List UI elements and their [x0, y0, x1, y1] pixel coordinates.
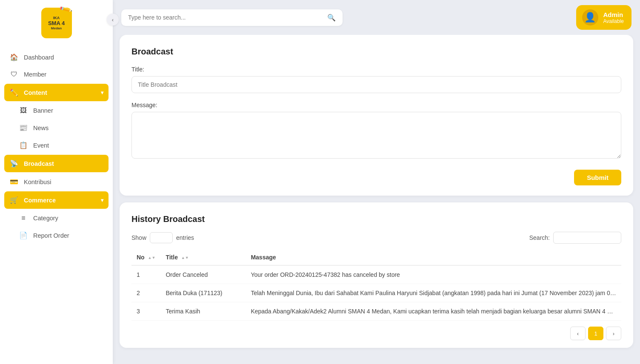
table-header: No ▲▼ Title ▲▼ Massage [131, 250, 621, 265]
cell-massage: Your order ORD-20240125-47382 has cancel… [246, 265, 621, 284]
sort-arrows-title: ▲▼ [181, 256, 189, 260]
history-table: No ▲▼ Title ▲▼ Massage 1 Order Ca [131, 250, 621, 321]
cell-title: Order Canceled [160, 265, 246, 284]
prev-page-button[interactable]: ‹ [570, 327, 586, 340]
show-entries: Show 10 entries [131, 232, 194, 243]
home-icon: 🏠 [9, 53, 19, 61]
col-title[interactable]: Title ▲▼ [160, 250, 246, 265]
cell-massage: Kepada Abang/Kakak/Adek2 Alumni SMAN 4 M… [246, 302, 621, 321]
user-info: Admin Available [603, 11, 624, 24]
image-icon: 🖼 [19, 107, 28, 114]
col-massage: Massage [246, 250, 621, 265]
avatar: 👤 [582, 9, 598, 26]
pagination-row: ‹ 1 › [131, 327, 621, 340]
report-icon: 📄 [19, 231, 28, 239]
table-row: 1 Order Canceled Your order ORD-20240125… [131, 265, 621, 284]
sidebar-item-label: Banner [33, 107, 53, 114]
sidebar-item-label: Commerce [24, 197, 56, 204]
sidebar-item-report-order[interactable]: 📄 Report Order [0, 227, 113, 244]
sidebar-item-label: Category [33, 215, 58, 222]
submit-row: Submit [131, 170, 621, 185]
table-body: 1 Order Canceled Your order ORD-20240125… [131, 265, 621, 321]
message-form-group: Message: [131, 102, 621, 168]
cell-title: Berita Duka (171123) [160, 284, 246, 302]
page-1-button[interactable]: 1 [588, 327, 603, 340]
next-page-button[interactable]: › [606, 327, 621, 340]
sidebar-item-dashboard[interactable]: 🏠 Dashboard [0, 48, 113, 66]
category-icon: ≡ [19, 214, 28, 222]
sidebar-item-label: Dashboard [24, 54, 54, 61]
shield-icon: 🛡 [9, 71, 19, 78]
show-label: Show [131, 234, 146, 241]
sidebar-item-label: Member [24, 71, 46, 78]
table-search-label: Search: [529, 234, 550, 241]
cart-icon: 🛒 [9, 196, 19, 204]
broadcast-form-card: Broadcast Title: Message: Submit [120, 35, 633, 196]
table-search-control: Search: [529, 232, 621, 244]
cell-title: Terima Kasih [160, 302, 246, 321]
table-row: 3 Terima Kasih Kepada Abang/Kakak/Adek2 … [131, 302, 621, 321]
table-row: 2 Berita Duka (171123) Telah Meninggal D… [131, 284, 621, 302]
pencil-icon: ✏️ [58, 2, 73, 16]
cell-no: 2 [131, 284, 160, 302]
sidebar-item-kontribusi[interactable]: 💳 Kontribusi [0, 173, 113, 191]
sidebar-item-commerce[interactable]: 🛒 Commerce ▾ [4, 191, 109, 209]
broadcast-icon: 📡 [9, 159, 19, 168]
topbar: 🔍 👤 Admin Available [113, 0, 640, 35]
entries-label: entries [176, 234, 194, 241]
table-controls: Show 10 entries Search: [131, 232, 621, 244]
col-no[interactable]: No ▲▼ [131, 250, 160, 265]
logo-line3: Medan [51, 26, 62, 30]
submit-button[interactable]: Submit [574, 170, 621, 185]
cell-massage: Telah Meninggal Dunia, Ibu dari Sahabat … [246, 284, 621, 302]
chevron-down-icon: ▾ [101, 90, 103, 96]
content-area: Broadcast Title: Message: Submit History… [113, 35, 640, 364]
user-status: Available [603, 18, 624, 24]
sidebar-item-banner[interactable]: 🖼 Banner [0, 102, 113, 119]
sidebar-item-label: Kontribusi [24, 179, 51, 185]
logo-box: ✏️ IKA SMA 4 Medan [41, 8, 72, 38]
cell-no: 1 [131, 265, 160, 284]
sidebar-item-label: Report Order [33, 232, 69, 239]
sidebar-item-category[interactable]: ≡ Category [0, 210, 113, 227]
sidebar-item-label: Content [24, 89, 47, 96]
sidebar-nav: 🏠 Dashboard 🛡 Member ✏️ Content ▾ 🖼 Bann… [0, 44, 113, 364]
sidebar-collapse-button[interactable]: ‹ [107, 14, 119, 26]
user-name: Admin [603, 11, 624, 18]
sidebar-item-content[interactable]: ✏️ Content ▾ [4, 84, 109, 101]
history-broadcast-card: History Broadcast Show 10 entries Search… [120, 202, 633, 348]
sidebar: ✏️ IKA SMA 4 Medan ‹ 🏠 Dashboard 🛡 Membe… [0, 0, 113, 364]
news-icon: 📰 [19, 124, 28, 132]
contribution-icon: 💳 [9, 178, 19, 186]
logo-line1: IKA [53, 16, 60, 20]
event-icon: 📋 [19, 141, 28, 149]
sidebar-item-label: Event [33, 142, 49, 149]
search-icon: 🔍 [327, 14, 336, 22]
search-input[interactable] [128, 14, 327, 21]
sidebar-item-member[interactable]: 🛡 Member [0, 66, 113, 83]
table-search-input[interactable] [553, 232, 621, 244]
history-title: History Broadcast [131, 214, 621, 224]
sidebar-item-news[interactable]: 📰 News [0, 119, 113, 136]
title-input[interactable] [131, 76, 621, 93]
broadcast-form-title: Broadcast [131, 47, 621, 57]
sidebar-item-label: News [33, 125, 49, 131]
message-textarea[interactable] [131, 112, 621, 159]
sidebar-item-label: Broadcast [24, 160, 54, 167]
sidebar-item-broadcast[interactable]: 📡 Broadcast [4, 155, 109, 172]
title-form-group: Title: [131, 66, 621, 101]
main-area: 🔍 👤 Admin Available Broadcast Title: Mes… [113, 0, 640, 364]
message-label: Message: [131, 102, 621, 108]
chevron-down-icon-commerce: ▾ [101, 197, 103, 203]
edit-icon: ✏️ [9, 88, 19, 97]
entries-input[interactable]: 10 [150, 232, 173, 243]
sort-arrows-no: ▲▼ [148, 256, 156, 260]
search-bar: 🔍 [121, 9, 343, 26]
sidebar-item-event[interactable]: 📋 Event [0, 136, 113, 154]
logo-line2: SMA 4 [48, 20, 65, 26]
user-badge[interactable]: 👤 Admin Available [576, 5, 631, 30]
sidebar-logo-area: ✏️ IKA SMA 4 Medan ‹ [0, 0, 113, 44]
cell-no: 3 [131, 302, 160, 321]
title-label: Title: [131, 66, 621, 73]
